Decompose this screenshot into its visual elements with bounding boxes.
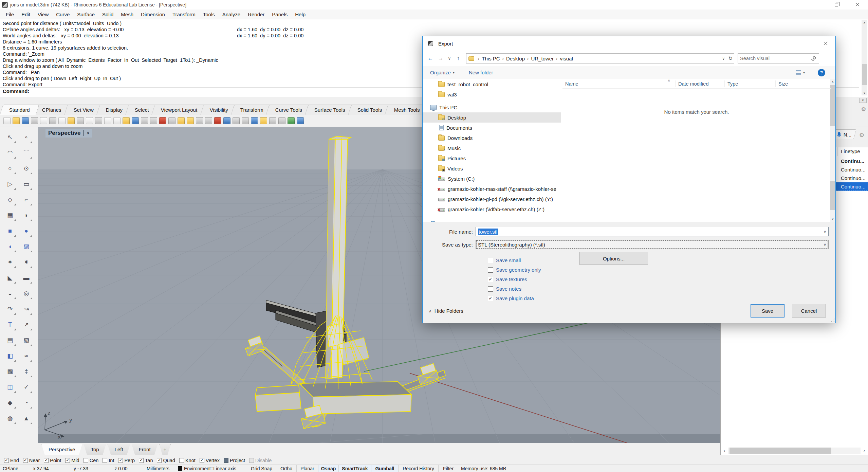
scroll-up-icon[interactable]: ∧	[862, 20, 867, 26]
scrollbar-thumb[interactable]	[830, 181, 835, 210]
status-units[interactable]: Millimeters	[141, 465, 175, 472]
ellipse-icon[interactable]: ⊙	[20, 162, 33, 175]
lock-icon[interactable]	[205, 117, 212, 124]
osnap-cen[interactable]: Cen	[84, 458, 99, 463]
checkbox[interactable]	[157, 458, 162, 463]
torus-icon[interactable]: ◖	[3, 240, 17, 253]
point-icon[interactable]: ∘	[20, 130, 33, 144]
search-box[interactable]	[738, 53, 819, 63]
polygon-icon[interactable]: ◇	[3, 193, 17, 206]
checkbox[interactable]	[103, 458, 107, 463]
menu-surface[interactable]: Surface	[73, 10, 98, 19]
scrollbar-thumb[interactable]	[730, 448, 831, 454]
dialog-close-button[interactable]	[816, 36, 835, 51]
viewport-layout-icon[interactable]	[150, 117, 157, 124]
light-icon[interactable]	[196, 117, 203, 124]
paste-icon[interactable]	[68, 117, 75, 124]
scroll-left-icon[interactable]: ‹	[721, 448, 727, 454]
scrollbar-track[interactable]	[728, 448, 861, 454]
surface-tools-icon[interactable]: ▨	[20, 240, 33, 253]
osnap-tan[interactable]: Tan	[139, 458, 153, 463]
status-gumball[interactable]: Gumball	[371, 465, 399, 472]
align-icon[interactable]: ‡	[20, 365, 33, 378]
check-objects-icon[interactable]: ✓	[20, 380, 33, 394]
help-icon[interactable]	[297, 117, 304, 124]
tree-scrollbar[interactable]: ∧ ∨	[830, 79, 835, 222]
refresh-icon[interactable]: ↻	[728, 55, 733, 61]
toolbar-tab-standard[interactable]: Standard	[0, 105, 39, 115]
tree-item-test-robot-control[interactable]: test_robot_control	[423, 79, 561, 89]
zoom-extents-icon[interactable]	[132, 117, 139, 124]
mesh-icon[interactable]: ◆	[3, 396, 17, 410]
breadcrumb-visual[interactable]: visual	[560, 56, 573, 61]
save-icon[interactable]	[22, 117, 29, 124]
tree-item-this-pc[interactable]: This PC	[423, 102, 561, 112]
osnap-int[interactable]: Int	[103, 458, 114, 463]
settings-icon[interactable]	[269, 117, 276, 124]
scroll-down-icon[interactable]: ∨	[862, 90, 867, 95]
organize-button[interactable]: Organize▾	[430, 70, 455, 75]
column-size[interactable]: Size	[776, 80, 823, 87]
trim-icon[interactable]: ◣	[3, 271, 17, 285]
menu-analyze[interactable]: Analyze	[219, 10, 244, 19]
menu-file[interactable]: File	[2, 10, 18, 19]
view-options[interactable]: ▾	[796, 70, 805, 75]
checkbox[interactable]	[224, 458, 228, 463]
save-geometry-only-checkbox[interactable]: Save geometry only	[488, 267, 541, 273]
checkbox[interactable]	[488, 267, 493, 273]
dialog-title-bar[interactable]: Export	[423, 36, 835, 51]
status-cplane[interactable]: CPlane	[0, 465, 21, 472]
boolean-icon[interactable]: ◫	[3, 380, 17, 394]
leader-icon[interactable]: ↗	[20, 318, 33, 331]
named-views-icon[interactable]	[159, 117, 166, 124]
panel-settings-gear-icon[interactable]: ⚙	[859, 132, 864, 139]
tree-item-system-c[interactable]: System (C:)	[423, 174, 561, 184]
osnap-knot[interactable]: Knot	[179, 458, 196, 463]
array-icon[interactable]: ▤	[3, 333, 17, 347]
print-icon[interactable]	[31, 117, 38, 124]
minimize-button[interactable]	[805, 0, 826, 10]
checkbox[interactable]	[488, 286, 493, 292]
osnap-perp[interactable]: Perp	[118, 458, 135, 463]
viewport-tab-front[interactable]: Front	[132, 444, 158, 455]
shaded-view-icon[interactable]	[233, 117, 240, 124]
status-planar[interactable]: Planar	[297, 465, 318, 472]
command-scrollbar[interactable]: ∧ ∨	[862, 20, 867, 95]
checkbox[interactable]	[488, 296, 493, 301]
column-date-modified[interactable]: Date modified	[676, 80, 725, 87]
pan-icon[interactable]	[86, 117, 93, 124]
save-button[interactable]: Save	[751, 304, 784, 317]
osnap-near[interactable]: Near	[23, 458, 40, 463]
flag-icon[interactable]	[260, 117, 267, 124]
new-folder-button[interactable]: New folder	[469, 70, 493, 75]
scroll-down-icon[interactable]: ∨	[830, 216, 835, 222]
tree-item-desktop[interactable]: ▭Desktop	[423, 112, 561, 123]
search-icon[interactable]	[813, 56, 816, 59]
menu-tools[interactable]: Tools	[199, 10, 219, 19]
tree-item-val3[interactable]: val3	[423, 89, 561, 99]
viewport-tab-left[interactable]: Left	[108, 444, 130, 455]
sphere-icon[interactable]: ●	[20, 224, 33, 238]
status-filter[interactable]: Filter	[439, 465, 458, 472]
panel-horizontal-scrollbar[interactable]: ‹ ›	[721, 446, 868, 455]
viewport-title[interactable]: Perspective ▼	[45, 129, 92, 138]
distance-icon[interactable]	[168, 117, 176, 124]
cancel-button[interactable]: Cancel	[792, 304, 826, 317]
undo-icon[interactable]	[77, 117, 84, 124]
cut-icon[interactable]	[49, 117, 56, 124]
checkbox[interactable]	[4, 458, 9, 463]
tree-item-music[interactable]: ♪Music	[423, 143, 561, 153]
save-small-checkbox[interactable]: Save small	[488, 257, 521, 263]
recent-locations-chevron-icon[interactable]: ∨	[446, 56, 453, 61]
pyramid-icon[interactable]: ▲	[20, 412, 33, 425]
scrollbar-thumb[interactable]	[862, 64, 867, 85]
surface-from-points-icon[interactable]: ▦	[3, 208, 17, 222]
osnap-point[interactable]: Point	[44, 458, 61, 463]
checkbox[interactable]	[84, 458, 88, 463]
explode-icon[interactable]: ✶	[3, 255, 17, 269]
command-autocomplete-dropdown[interactable]: ▼	[859, 98, 867, 103]
earth-icon[interactable]	[288, 117, 295, 124]
rotate-view-icon[interactable]	[95, 117, 102, 124]
point-coords-icon[interactable]	[178, 117, 185, 124]
menu-view[interactable]: View	[34, 10, 52, 19]
